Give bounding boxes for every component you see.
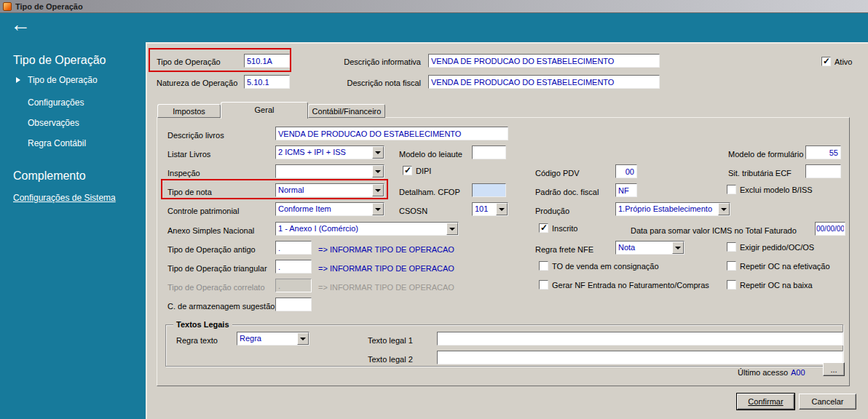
sidebar-item-observacoes[interactable]: Observações <box>28 118 79 128</box>
dropdown-arrow-icon[interactable] <box>297 332 309 345</box>
to-triangular-input[interactable] <box>275 260 312 274</box>
textos-legais-title: Textos Legais <box>173 320 232 329</box>
tipo-de-nota-value: Normal <box>278 185 371 194</box>
armazenagem-input[interactable] <box>275 298 312 311</box>
modelo-leiaute-input[interactable] <box>472 145 506 159</box>
dropdown-arrow-icon[interactable] <box>372 146 384 159</box>
ativo-label: Ativo <box>835 57 852 66</box>
sidebar-item-tipo-de-operacao[interactable]: Tipo de Operação <box>28 75 98 85</box>
modelo-formulario-label: Modelo de formulário <box>728 150 803 159</box>
producao-value: 1.Próprio Estabelecimento <box>618 204 717 213</box>
data-icms-input[interactable] <box>815 222 845 236</box>
to-correlato-input <box>275 279 312 292</box>
window-title: Tipo de Operação <box>15 2 83 11</box>
inspecao-label: Inspeção <box>167 169 200 177</box>
dropdown-arrow-icon[interactable] <box>496 203 508 215</box>
detalham-cfop-label: Detalham. CFOP <box>399 188 460 196</box>
tab-impostos[interactable]: Impostos <box>157 104 221 118</box>
dropdown-arrow-icon[interactable] <box>372 203 384 215</box>
modelo-formulario-input[interactable] <box>805 145 841 159</box>
repetir-oc-efetivacao-checkbox[interactable]: Repetir OC na efetivação <box>727 261 830 271</box>
tipo-operacao-label: Tipo de Operação <box>157 57 221 66</box>
to-antigo-input[interactable] <box>275 241 312 255</box>
checkbox-icon <box>539 280 548 290</box>
inspecao-select[interactable] <box>275 164 384 178</box>
titlebar[interactable]: Tipo de Operação <box>0 0 868 13</box>
regra-frete-nfe-label: Regra frete NFE <box>535 245 593 254</box>
sit-tributaria-ecf-input[interactable] <box>805 164 841 178</box>
controle-patrimonial-value: Conforme Item <box>278 204 371 213</box>
armazenagem-label: C. de armazenagem sugestão <box>167 302 275 311</box>
ativo-checkbox[interactable]: Ativo <box>821 57 852 66</box>
modelo-leiaute-label: Modelo do leiaute <box>399 150 462 159</box>
descricao-livros-input[interactable] <box>275 127 508 140</box>
listar-livros-select[interactable]: 2 ICMS + IPI + ISS <box>275 145 384 159</box>
anexo-simples-nacional-select[interactable]: 1 - Anexo I (Comércio) <box>275 222 459 236</box>
regra-texto-select[interactable]: Regra <box>237 332 309 346</box>
back-button[interactable]: ← <box>10 15 31 35</box>
exclui-modelo-biss-checkbox[interactable]: Exclui modelo B/ISS <box>727 185 813 194</box>
repetir-oc-baixa-label: Repetir OC na baixa <box>740 281 813 290</box>
sidebar-item-regra-contabil[interactable]: Regra Contábil <box>28 138 86 148</box>
dropdown-arrow-icon[interactable] <box>372 165 384 177</box>
producao-select[interactable]: 1.Próprio Estabelecimento <box>615 202 730 216</box>
dropdown-arrow-icon[interactable] <box>372 184 384 196</box>
ultimo-acesso-more-button[interactable]: ... <box>823 362 845 376</box>
to-antigo-label: Tipo de Operação antigo <box>167 245 256 254</box>
confirmar-button[interactable]: Confirmar <box>737 394 794 410</box>
descricao-informativa-input[interactable] <box>428 54 660 68</box>
padrao-doc-fiscal-input[interactable] <box>615 183 637 197</box>
checkbox-checked-icon <box>821 57 831 66</box>
dropdown-arrow-icon[interactable] <box>672 242 684 254</box>
sidebar-link-configuracoes-de-sistema[interactable]: Configurações de Sistema <box>13 193 116 203</box>
texto-legal-2-label: Texto legal 2 <box>368 355 413 364</box>
checkbox-icon <box>727 280 736 290</box>
codigo-pdv-input[interactable] <box>615 164 637 178</box>
detalham-cfop-input[interactable] <box>472 183 506 197</box>
listar-livros-value: 2 ICMS + IPI + ISS <box>278 148 371 156</box>
dipi-checkbox[interactable]: DIPI <box>403 166 431 175</box>
texto-legal-2-input[interactable] <box>437 351 843 364</box>
checkbox-checked-icon <box>403 166 412 175</box>
csosn-select[interactable]: 101 <box>472 202 508 216</box>
texto-legal-1-input[interactable] <box>437 332 843 346</box>
exigir-pedido-checkbox[interactable]: Exigir pedido/OC/OS <box>727 242 814 252</box>
tipo-de-nota-select[interactable]: Normal <box>275 183 384 197</box>
to-consignacao-checkbox[interactable]: TO de venda em consignação <box>539 261 659 271</box>
exigir-pedido-label: Exigir pedido/OC/OS <box>740 243 814 252</box>
to-antigo-hint: => INFORMAR TIPO DE OPERACAO <box>318 245 454 254</box>
cancelar-button[interactable]: Cancelar <box>799 394 856 410</box>
anexo-simples-nacional-value: 1 - Anexo I (Comércio) <box>278 224 445 233</box>
sidebar-section-title: Tipo de Operação <box>13 54 106 67</box>
repetir-oc-efetivacao-label: Repetir OC na efetivação <box>740 262 830 271</box>
exclui-modelo-biss-label: Exclui modelo B/ISS <box>740 185 813 194</box>
descricao-livros-label: Descrição livros <box>167 131 224 140</box>
tipo-operacao-input[interactable] <box>244 54 290 68</box>
csosn-label: CSOSN <box>399 207 427 215</box>
regra-texto-value: Regra <box>240 334 296 343</box>
gerar-nf-entrada-label: Gerar NF Entrada no Faturamento/Compras <box>552 281 709 290</box>
checkbox-icon <box>727 242 736 252</box>
dipi-label: DIPI <box>416 167 431 175</box>
checkbox-icon <box>539 261 548 271</box>
tab-geral[interactable]: Geral <box>221 102 308 119</box>
padrao-doc-fiscal-label: Padrão doc. fiscal <box>535 188 599 196</box>
natureza-operacao-label: Natureza de Operação <box>157 79 237 87</box>
gerar-nf-entrada-checkbox[interactable]: Gerar NF Entrada no Faturamento/Compras <box>539 280 709 290</box>
descricao-nota-fiscal-input[interactable] <box>428 75 660 89</box>
to-consignacao-label: TO de venda em consignação <box>552 262 659 271</box>
tab-contabil-financeiro[interactable]: Contábil/Financeiro <box>308 104 385 118</box>
controle-patrimonial-select[interactable]: Conforme Item <box>275 202 384 216</box>
checkbox-icon <box>727 185 736 194</box>
dropdown-arrow-icon[interactable] <box>718 203 730 215</box>
to-triangular-hint: => INFORMAR TIPO DE OPERACAO <box>318 264 454 273</box>
dropdown-arrow-icon[interactable] <box>446 223 458 235</box>
codigo-pdv-label: Código PDV <box>535 169 580 177</box>
sidebar-item-configuracoes[interactable]: Configurações <box>28 97 84 108</box>
regra-frete-nfe-select[interactable]: Nota <box>615 241 684 255</box>
sidebar-complement-title: Complemento <box>13 169 86 183</box>
inscrito-checkbox[interactable]: Inscrito <box>539 223 577 233</box>
repetir-oc-baixa-checkbox[interactable]: Repetir OC na baixa <box>727 280 813 290</box>
descricao-informativa-label: Descrição informativa <box>320 57 421 66</box>
natureza-operacao-input[interactable] <box>244 75 290 89</box>
